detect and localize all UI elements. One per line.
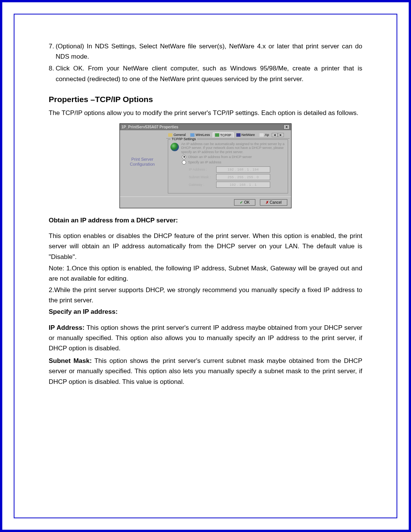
tab-apple[interactable]: Ap (258, 133, 271, 137)
tab-tcpip-label: TCP/IP (220, 133, 231, 137)
ipaddr-text: This option shows the print server's cur… (49, 324, 362, 352)
top-steps: 7. (Optional) In NDS Settings, Select Ne… (49, 41, 362, 84)
obtain-para: This option enables or disables the DHCP… (49, 231, 362, 262)
intro-paragraph: The TCP/IP options allow you to modify t… (49, 108, 362, 118)
radio-dhcp[interactable] (182, 155, 186, 159)
radio-specify-label: Specify an IP address (188, 160, 221, 164)
obtain-heading: Obtain an IP address from a DHCP server: (49, 215, 362, 225)
tab-tcpip[interactable]: TCP/IP (213, 133, 234, 137)
tab-general-label: General (174, 133, 186, 137)
tab-scroll-right-icon[interactable]: ► (278, 133, 284, 137)
subnet-mask-field[interactable]: 255 . 255 . 255 . 0 (216, 174, 270, 180)
cancel-button[interactable]: ✗ Cancel (260, 199, 287, 206)
group-legend: TCP/IP Settings (170, 137, 197, 141)
subnet-label: Subnet Mask: (49, 357, 92, 364)
ipaddr-label: IP Address: (49, 324, 84, 331)
tab-netware-label: NetWare (242, 133, 255, 137)
page-outer-border: 7. (Optional) In NDS Settings, Select Ne… (0, 0, 411, 532)
ipaddr-block: IP Address: This option shows the print … (49, 323, 362, 354)
apple-icon (260, 133, 264, 137)
section-heading: Properties –TCP/IP Options (49, 95, 362, 104)
ip-address-field[interactable]: 192 . 168 . 1 . 194 (216, 166, 270, 173)
left-line-2: Configuration (120, 162, 165, 167)
radio-specify-row[interactable]: Specify an IP address (182, 160, 285, 165)
specify-heading: Specify an IP address: (49, 307, 362, 317)
dialog-left-panel: Print Server Configuration (120, 130, 165, 197)
dialog-right-panel: General WireLess TCP/IP (165, 130, 291, 197)
tab-general[interactable]: General (166, 133, 188, 137)
ok-button[interactable]: ✓ OK (234, 199, 255, 206)
step-8-text: Click OK. From your NetWare client compu… (56, 63, 362, 84)
tcpip-settings-group: TCP/IP Settings An IP address can be aut… (168, 139, 288, 193)
subnet-text: This option shows the print server's cur… (49, 357, 362, 385)
globe-icon (170, 143, 179, 151)
gateway-row: Gateway : 192 . 168 . 1 . 1 (189, 182, 285, 188)
step-7-text: (Optional) In NDS Settings, Select NetWa… (56, 41, 362, 62)
tab-apple-label: Ap (265, 133, 269, 137)
cancel-x-icon: ✗ (266, 200, 269, 204)
note-1: Note: 1.Once this option is enabled, the… (49, 263, 362, 284)
step-8: 8. Click OK. From your NetWare client co… (49, 63, 362, 84)
tab-scroll-left-icon[interactable]: ◄ (272, 133, 278, 137)
radio-dhcp-label: Obtain an IP address from a DHCP server (188, 155, 252, 159)
subnet-mask-row: Subnet Mask : 255 . 255 . 255 . 0 (189, 174, 285, 180)
gateway-label: Gateway : (189, 183, 216, 187)
gateway-field[interactable]: 192 . 168 . 1 . 1 (216, 182, 270, 188)
checkmark-icon: ✓ (240, 200, 243, 204)
dialog-body: Print Server Configuration General WireL… (120, 130, 291, 197)
left-line-1: Print Server (120, 157, 165, 162)
folder-icon (168, 133, 172, 137)
properties-dialog: 1P_PrintServ535A07 Properties × Print Se… (119, 123, 292, 208)
group-desc-row: An IP address can be automatically assig… (170, 142, 285, 154)
tab-netware[interactable]: NetWare (234, 133, 257, 137)
ok-button-label: OK (244, 200, 249, 204)
dialog-title: 1P_PrintServ535A07 Properties (121, 125, 178, 129)
dialog-titlebar: 1P_PrintServ535A07 Properties × (120, 124, 291, 130)
cancel-button-label: Cancel (270, 200, 282, 204)
radio-dhcp-row[interactable]: Obtain an IP address from a DHCP server (182, 155, 285, 159)
group-desc-text: An IP address can be automatically assig… (181, 142, 285, 154)
subnet-block: Subnet Mask: This option shows the print… (49, 356, 362, 387)
step-8-number: 8. (49, 63, 54, 84)
dialog-button-row: ✓ OK ✗ Cancel (120, 197, 291, 208)
step-7-number: 7. (49, 41, 54, 62)
step-7: 7. (Optional) In NDS Settings, Select Ne… (49, 41, 362, 62)
page-inner-border: 7. (Optional) In NDS Settings, Select Ne… (14, 14, 397, 518)
subnet-mask-label: Subnet Mask : (189, 175, 216, 179)
tab-wireless-label: WireLess (196, 133, 210, 137)
wireless-icon (190, 133, 194, 137)
ip-address-row: IP Address : 192 . 168 . 1 . 194 (189, 166, 285, 173)
netware-icon (236, 133, 241, 137)
note-1-text: Note: 1.Once this option is enabled, the… (49, 265, 362, 282)
close-icon[interactable]: × (284, 125, 290, 129)
note-2-text: 2.While the print server supports DHCP, … (49, 286, 362, 304)
tcpip-icon (215, 133, 219, 137)
ip-grid: IP Address : 192 . 168 . 1 . 194 Subnet … (189, 166, 285, 188)
tab-wireless[interactable]: WireLess (188, 133, 212, 137)
dialog-wrap: 1P_PrintServ535A07 Properties × Print Se… (49, 123, 362, 208)
note-2: 2.While the print server supports DHCP, … (49, 285, 362, 305)
ip-address-label: IP Address : (189, 168, 216, 171)
radio-specify[interactable] (182, 160, 186, 165)
below-content: Obtain an IP address from a DHCP server:… (49, 215, 362, 387)
